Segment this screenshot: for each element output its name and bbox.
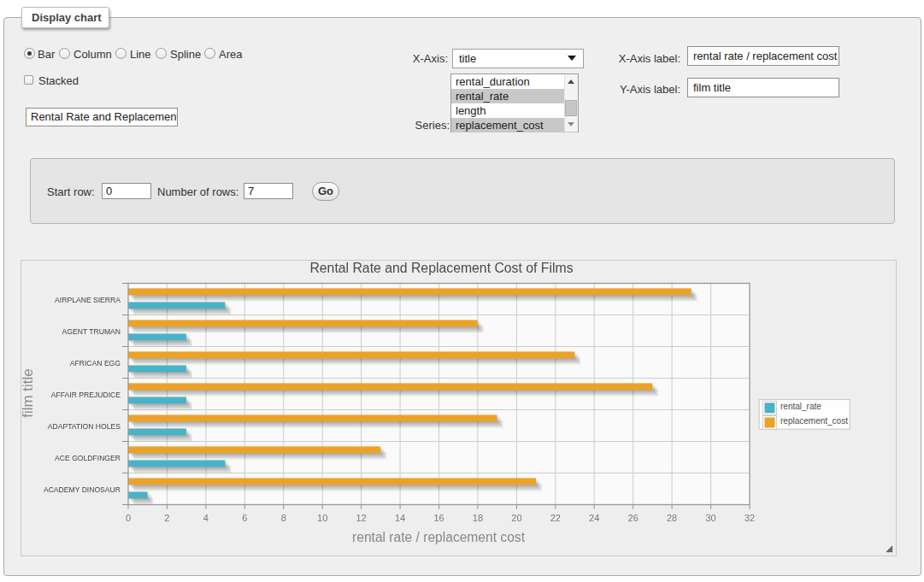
svg-text:AGENT TRUMAN: AGENT TRUMAN: [62, 327, 121, 336]
svg-text:6: 6: [242, 513, 247, 523]
svg-text:replacement_cost: replacement_cost: [780, 416, 848, 426]
svg-text:8: 8: [281, 513, 286, 523]
svg-text:Rental Rate and Replacement Co: Rental Rate and Replacement Cost of Film…: [309, 261, 573, 275]
svg-text:0: 0: [126, 513, 131, 523]
svg-text:30: 30: [705, 513, 715, 523]
svg-text:22: 22: [550, 513, 561, 523]
svg-text:16: 16: [433, 513, 444, 523]
svg-text:ADAPTATION HOLES: ADAPTATION HOLES: [48, 422, 121, 431]
svg-text:rental_rate: rental_rate: [780, 402, 821, 411]
svg-text:4: 4: [203, 513, 209, 523]
svg-text:28: 28: [667, 513, 677, 523]
svg-text:AFFAIR PREJUDICE: AFFAIR PREJUDICE: [51, 391, 121, 399]
svg-text:rental rate / replacement cost: rental rate / replacement cost: [352, 530, 526, 544]
svg-text:26: 26: [628, 513, 639, 523]
svg-text:AIRPLANE SIERRA: AIRPLANE SIERRA: [55, 296, 121, 304]
svg-text:24: 24: [589, 513, 599, 523]
svg-text:film title: film title: [21, 368, 36, 418]
svg-text:ACE GOLDFINGER: ACE GOLDFINGER: [55, 454, 121, 462]
svg-text:ACADEMY DINOSAUR: ACADEMY DINOSAUR: [44, 485, 121, 494]
svg-text:14: 14: [395, 513, 405, 523]
svg-text:20: 20: [511, 513, 521, 523]
svg-text:10: 10: [317, 513, 327, 523]
svg-text:12: 12: [356, 513, 366, 523]
svg-text:32: 32: [744, 513, 755, 523]
svg-text:18: 18: [473, 513, 483, 523]
svg-text:AFRICAN EGG: AFRICAN EGG: [70, 359, 121, 367]
svg-text:2: 2: [164, 513, 169, 523]
